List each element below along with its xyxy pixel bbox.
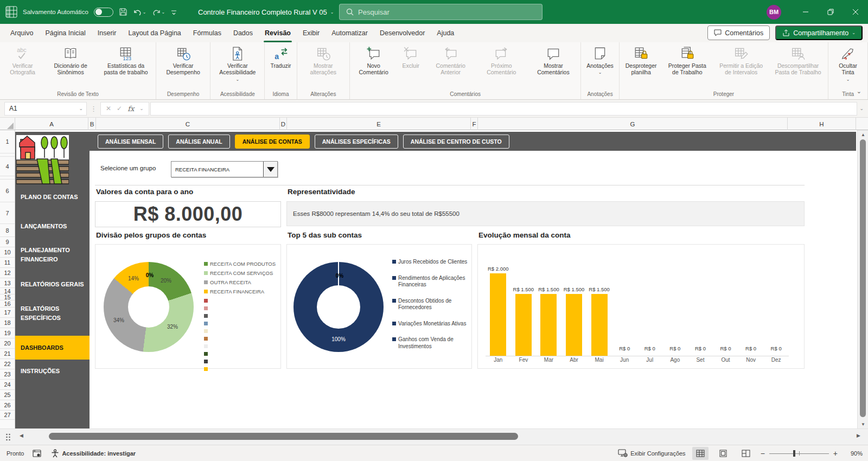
macro-record-icon[interactable] <box>33 449 42 458</box>
zoom-in-button[interactable]: + <box>833 449 838 458</box>
sidebar-item-dashboards[interactable]: DASHBOARDS <box>15 336 90 360</box>
row-header-10[interactable]: 10 <box>0 247 15 258</box>
enter-icon[interactable]: ✓ <box>117 105 122 112</box>
group-selector-dropdown[interactable]: RECEITA FINANCEIRA <box>171 161 278 177</box>
expand-formula-bar-icon[interactable]: ⌄ <box>859 106 868 111</box>
ribbon-button-novo-comentário[interactable]: Novo Comentário <box>352 44 395 77</box>
zoom-slider-handle[interactable] <box>793 450 795 457</box>
column-header-F[interactable]: F <box>471 118 478 130</box>
function-dropdown-icon[interactable]: ⌄ <box>139 106 144 111</box>
restore-button[interactable] <box>818 0 843 24</box>
quick-access-customize-button[interactable] <box>170 9 177 16</box>
row-header-25[interactable]: 25 <box>0 390 15 400</box>
horizontal-scroll-thumb[interactable] <box>49 433 518 440</box>
sidebar-item-lançamentos[interactable]: LANÇAMENTOS <box>15 222 90 231</box>
page-layout-view-button[interactable] <box>715 447 731 460</box>
tab-ajuda[interactable]: Ajuda <box>431 24 460 42</box>
minimize-button[interactable] <box>793 0 818 24</box>
document-title[interactable]: Controle Financeiro Completo Rural V 05 … <box>198 0 334 24</box>
insert-function-icon[interactable]: fx <box>127 105 134 113</box>
column-header-C[interactable]: C <box>96 118 280 130</box>
row-header-9[interactable]: 9 <box>0 237 15 247</box>
row-header-11[interactable]: 11 <box>0 258 15 268</box>
row-header-13[interactable]: 13 <box>0 278 15 288</box>
ribbon-button-anotações[interactable]: Anotações⌄ <box>583 44 617 76</box>
scroll-right-icon[interactable]: ▶ <box>857 433 860 438</box>
normal-view-button[interactable] <box>692 447 709 460</box>
redo-button[interactable]: ⌄ <box>152 8 165 16</box>
row-header-17[interactable]: 17 <box>0 308 15 318</box>
tab-inserir[interactable]: Inserir <box>92 24 123 42</box>
ribbon-button-desproteger-planilha[interactable]: Desproteger planilha <box>621 44 661 77</box>
row-header-4[interactable]: 4 <box>0 157 15 176</box>
horizontal-scrollbar[interactable]: ◀ ▶ <box>0 428 868 445</box>
ribbon-button-dicionário-de-sinônimos[interactable]: Dicionário de Sinônimos <box>44 44 97 77</box>
zoom-level[interactable]: 90% <box>844 450 863 457</box>
select-all-corner[interactable] <box>0 118 15 130</box>
dashboard-tab-análise-de-centro-de-custo[interactable]: ANÁLISE DE CENTRO DE CUSTO <box>403 135 509 149</box>
sidebar-item-planejamento-financeiro[interactable]: PLANEJAMENTO FINANCEIRO <box>15 246 90 264</box>
dashboard-tab-análise-mensal[interactable]: ANÁLISE MENSAL <box>98 135 163 149</box>
dashboard-tab-análise-de-contas[interactable]: ANÁLISE DE CONTAS <box>235 135 310 149</box>
ribbon-button-traduzir[interactable]: aTraduzir <box>266 44 295 70</box>
undo-dropdown-icon[interactable]: ⌄ <box>143 10 146 15</box>
formula-bar-splitter[interactable]: ⋮ <box>87 105 100 113</box>
ribbon-button-verificar-desempenho[interactable]: Verificar Desempenho <box>158 44 208 77</box>
column-header-B[interactable]: B <box>88 118 96 130</box>
status-mode[interactable]: Pronto <box>7 450 24 457</box>
dashboard-tab-análise-anual[interactable]: ANÁLISE ANUAL <box>168 135 229 149</box>
row-header-16[interactable]: 16 <box>0 300 15 308</box>
ribbon-button-verificar-acessibilidade[interactable]: Verificar Acessibilidade⌄ <box>212 44 263 83</box>
tab-layout-da-página[interactable]: Layout da Página <box>122 24 187 42</box>
page-break-view-button[interactable] <box>738 447 754 460</box>
column-header-D[interactable]: D <box>280 118 287 130</box>
undo-button[interactable]: ⌄ <box>133 8 146 16</box>
row-header-8[interactable]: 8 <box>0 224 15 237</box>
tab-fórmulas[interactable]: Fórmulas <box>187 24 227 42</box>
vertical-scroll-thumb[interactable] <box>860 139 866 417</box>
avatar[interactable]: BM <box>767 5 781 20</box>
close-button[interactable] <box>843 0 868 24</box>
sidebar-item-instruções[interactable]: INSTRUÇÕES <box>15 367 90 376</box>
row-header-22[interactable]: 22 <box>0 359 15 369</box>
row-header-15[interactable]: 15 <box>0 294 15 300</box>
row-header-20[interactable]: 20 <box>0 338 15 349</box>
scroll-up-icon[interactable]: ▲ <box>858 130 868 139</box>
vertical-scrollbar[interactable]: ▲ ▼ <box>857 130 868 428</box>
row-header-6[interactable]: 6 <box>0 180 15 202</box>
tab-automatizar[interactable]: Automatizar <box>326 24 374 42</box>
redo-dropdown-icon[interactable]: ⌄ <box>162 10 165 15</box>
column-header-G[interactable]: G <box>478 118 788 130</box>
comments-button[interactable]: Comentários <box>707 25 770 40</box>
ribbon-button-proteger-pasta-de-trabalho[interactable]: Proteger Pasta de Trabalho <box>662 44 712 77</box>
row-header-21[interactable]: 21 <box>0 349 15 359</box>
sidebar-item-plano-de-contas[interactable]: PLANO DE CONTAS <box>15 193 90 202</box>
row-header-24[interactable]: 24 <box>0 380 15 390</box>
column-header-A[interactable]: A <box>15 118 88 130</box>
formula-input[interactable] <box>150 102 858 116</box>
tab-arquivo[interactable]: Arquivo <box>4 24 39 42</box>
sheet-tab-splitter-icon[interactable] <box>5 433 11 441</box>
title-dropdown-icon[interactable]: ⌄ <box>330 10 334 15</box>
tab-exibir[interactable]: Exibir <box>297 24 326 42</box>
ribbon-button-estatísticas-da-pasta-de-trabalho[interactable]: 123Estatísticas da pasta de trabalho <box>98 44 154 77</box>
cancel-icon[interactable]: ✕ <box>106 105 111 112</box>
row-header-26[interactable]: 26 <box>0 400 15 411</box>
row-header-7[interactable]: 7 <box>0 202 15 224</box>
share-button[interactable]: Compartilhamento ⌄ <box>775 25 863 40</box>
collapse-ribbon-icon[interactable]: ⌄ <box>857 88 861 95</box>
row-header-18[interactable]: 18 <box>0 318 15 328</box>
search-box[interactable]: Pesquisar <box>339 4 542 20</box>
zoom-slider[interactable] <box>769 450 829 457</box>
column-header-H[interactable]: H <box>788 118 856 130</box>
ribbon-button-ocultar-tinta[interactable]: Ocultar Tinta⌄ <box>830 44 866 83</box>
ribbon-button-mostrar-comentários[interactable]: Mostrar Comentários <box>528 44 579 77</box>
column-header-E[interactable]: E <box>287 118 471 130</box>
scroll-left-icon[interactable]: ◀ <box>20 433 23 438</box>
row-header-12[interactable]: 12 <box>0 268 15 278</box>
accessibility-status[interactable]: Acessibilidade: investigar <box>62 450 136 457</box>
tab-desenvolvedor[interactable]: Desenvolvedor <box>374 24 431 42</box>
row-header-27[interactable]: 27 <box>0 411 15 420</box>
sidebar-item-relatórios-gerais[interactable]: RELATÓRIOS GERAIS <box>15 280 90 289</box>
zoom-out-button[interactable]: − <box>761 449 765 458</box>
